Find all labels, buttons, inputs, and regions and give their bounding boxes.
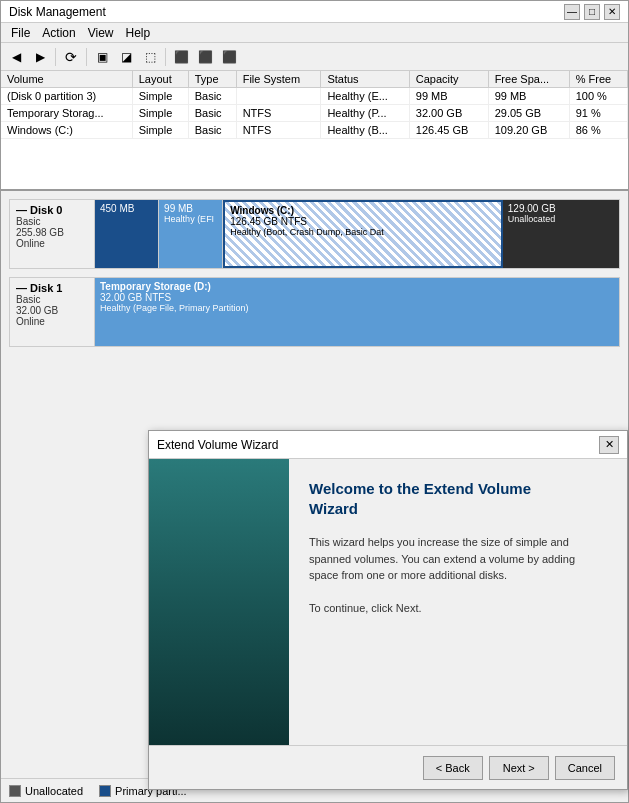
extend-volume-dialog[interactable]: Extend Volume Wizard ✕ Welcome to the Ex…	[148, 430, 628, 790]
partition-0-3[interactable]: 129.00 GBUnallocated	[503, 200, 619, 268]
back-button[interactable]: ◀	[5, 46, 27, 68]
toolbar-separator-1	[55, 48, 56, 66]
col-capacity: Capacity	[409, 71, 488, 88]
col-filesystem: File System	[236, 71, 321, 88]
disk-type: Basic	[16, 216, 88, 227]
disk-label-0: — Disk 0 Basic 255.98 GB Online	[9, 199, 94, 269]
partition-0-2[interactable]: Windows (C:)126.45 GB NTFSHealthy (Boot,…	[223, 200, 503, 268]
window-controls: — □ ✕	[564, 4, 620, 20]
next-button[interactable]: Next >	[489, 756, 549, 780]
dialog-content: Welcome to the Extend VolumeWizard This …	[289, 459, 627, 745]
table-row[interactable]: Temporary Storag...SimpleBasicNTFSHealth…	[1, 105, 628, 122]
partition-status: Healthy (Boot, Crash Dump, Basic Dat	[230, 227, 496, 237]
toolbar-btn-4[interactable]: ⬛	[170, 46, 192, 68]
cell-1: Simple	[132, 88, 188, 105]
cell-7: 91 %	[569, 105, 627, 122]
toolbar: ◀ ▶ ⟳ ▣ ◪ ⬚ ⬛ ⬛ ⬛	[1, 43, 628, 71]
toolbar-btn-3[interactable]: ⬚	[139, 46, 161, 68]
close-button[interactable]: ✕	[604, 4, 620, 20]
legend-primary-box	[99, 785, 111, 797]
col-type: Type	[188, 71, 236, 88]
minimize-button[interactable]: —	[564, 4, 580, 20]
dialog-wizard-image	[149, 459, 289, 745]
disk-header-1: — Disk 1 Basic 32.00 GB OnlineTemporary …	[9, 277, 620, 347]
cell-3: NTFS	[236, 122, 321, 139]
cell-6: 99 MB	[488, 88, 569, 105]
col-status: Status	[321, 71, 409, 88]
cell-5: 32.00 GB	[409, 105, 488, 122]
dialog-footer: < Back Next > Cancel	[149, 745, 627, 789]
disk-size: 32.00 GB	[16, 305, 88, 316]
toolbar-btn-5[interactable]: ⬛	[194, 46, 216, 68]
menu-bar: File Action View Help	[1, 23, 628, 43]
disk-status: Online	[16, 238, 88, 249]
toolbar-btn-1[interactable]: ▣	[91, 46, 113, 68]
disk-partitions-1: Temporary Storage (D:)32.00 GB NTFSHealt…	[94, 277, 620, 347]
volume-table-body: (Disk 0 partition 3)SimpleBasicHealthy (…	[1, 88, 628, 139]
partition-size: 129.00 GB	[508, 203, 614, 214]
col-volume: Volume	[1, 71, 132, 88]
disk-header-0: — Disk 0 Basic 255.98 GB Online450 MB99 …	[9, 199, 620, 269]
forward-button[interactable]: ▶	[29, 46, 51, 68]
disk-label-1: — Disk 1 Basic 32.00 GB Online	[9, 277, 94, 347]
dialog-heading: Welcome to the Extend VolumeWizard	[309, 479, 607, 518]
disk-status: Online	[16, 316, 88, 327]
partition-1-0[interactable]: Temporary Storage (D:)32.00 GB NTFSHealt…	[95, 278, 619, 346]
disk-name: — Disk 0	[16, 204, 88, 216]
volume-table: Volume Layout Type File System Status Ca…	[1, 71, 628, 139]
cell-6: 109.20 GB	[488, 122, 569, 139]
col-layout: Layout	[132, 71, 188, 88]
toolbar-btn-6[interactable]: ⬛	[218, 46, 240, 68]
cell-2: Basic	[188, 122, 236, 139]
menu-help[interactable]: Help	[120, 24, 157, 42]
partition-name: Windows (C:)	[230, 205, 496, 216]
legend-unallocated: Unallocated	[9, 785, 83, 797]
cell-2: Basic	[188, 105, 236, 122]
table-row[interactable]: Windows (C:)SimpleBasicNTFSHealthy (B...…	[1, 122, 628, 139]
cancel-button[interactable]: Cancel	[555, 756, 615, 780]
dialog-title-bar: Extend Volume Wizard ✕	[149, 431, 627, 459]
cell-0: Temporary Storag...	[1, 105, 132, 122]
menu-file[interactable]: File	[5, 24, 36, 42]
cell-1: Simple	[132, 105, 188, 122]
maximize-button[interactable]: □	[584, 4, 600, 20]
cell-4: Healthy (E...	[321, 88, 409, 105]
dialog-body-text: This wizard helps you increase the size …	[309, 534, 607, 617]
toolbar-btn-2[interactable]: ◪	[115, 46, 137, 68]
cell-6: 29.05 GB	[488, 105, 569, 122]
menu-action[interactable]: Action	[36, 24, 81, 42]
disk-row-0: — Disk 0 Basic 255.98 GB Online450 MB99 …	[9, 199, 620, 269]
disk-row-1: — Disk 1 Basic 32.00 GB OnlineTemporary …	[9, 277, 620, 347]
cell-4: Healthy (B...	[321, 122, 409, 139]
partition-size: 126.45 GB NTFS	[230, 216, 496, 227]
dialog-close-button[interactable]: ✕	[599, 436, 619, 454]
cell-7: 100 %	[569, 88, 627, 105]
partition-status: Unallocated	[508, 214, 614, 224]
title-bar: Disk Management — □ ✕	[1, 1, 628, 23]
partition-0-0[interactable]: 450 MB	[95, 200, 159, 268]
window-title: Disk Management	[9, 5, 106, 19]
menu-view[interactable]: View	[82, 24, 120, 42]
cell-5: 99 MB	[409, 88, 488, 105]
partition-size: 450 MB	[100, 203, 153, 214]
back-button[interactable]: < Back	[423, 756, 483, 780]
dialog-title: Extend Volume Wizard	[157, 438, 278, 452]
cell-7: 86 %	[569, 122, 627, 139]
disk-partitions-0: 450 MB99 MBHealthy (EFIWindows (C:)126.4…	[94, 199, 620, 269]
cell-5: 126.45 GB	[409, 122, 488, 139]
table-row[interactable]: (Disk 0 partition 3)SimpleBasicHealthy (…	[1, 88, 628, 105]
cell-4: Healthy (P...	[321, 105, 409, 122]
partition-0-1[interactable]: 99 MBHealthy (EFI	[159, 200, 223, 268]
refresh-button[interactable]: ⟳	[60, 46, 82, 68]
col-free: Free Spa...	[488, 71, 569, 88]
disk-name: — Disk 1	[16, 282, 88, 294]
cell-2: Basic	[188, 88, 236, 105]
col-pct-free: % Free	[569, 71, 627, 88]
partition-status: Healthy (Page File, Primary Partition)	[100, 303, 614, 313]
cell-0: (Disk 0 partition 3)	[1, 88, 132, 105]
cell-1: Simple	[132, 122, 188, 139]
volume-table-container: Volume Layout Type File System Status Ca…	[1, 71, 628, 191]
dialog-body: Welcome to the Extend VolumeWizard This …	[149, 459, 627, 745]
legend-unalloc-box	[9, 785, 21, 797]
toolbar-separator-2	[86, 48, 87, 66]
